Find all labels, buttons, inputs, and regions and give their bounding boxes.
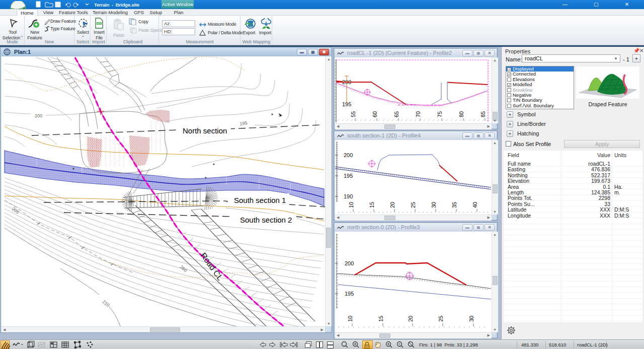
svg-text:260: 260 <box>179 264 188 273</box>
svg-text:195: 195 <box>239 120 248 126</box>
svg-text:15: 15 <box>378 316 384 322</box>
svg-text:195: 195 <box>344 173 353 179</box>
svg-text:75: 75 <box>437 111 443 117</box>
svg-text:200: 200 <box>35 113 42 118</box>
svg-text:25: 25 <box>438 316 444 322</box>
svg-text:85: 85 <box>480 111 486 117</box>
svg-text:20: 20 <box>389 202 395 208</box>
svg-text:South section 1: South section 1 <box>234 196 286 204</box>
svg-text:South section 2: South section 2 <box>240 216 292 224</box>
svg-text:190: 190 <box>344 193 353 199</box>
svg-text:25: 25 <box>410 202 416 208</box>
svg-text:Road CL: Road CL <box>199 251 225 282</box>
svg-text:60: 60 <box>372 111 378 117</box>
svg-text:30: 30 <box>431 202 437 208</box>
svg-text:195: 195 <box>345 291 354 297</box>
svg-text:40: 40 <box>472 202 478 208</box>
svg-text:200: 200 <box>345 260 354 266</box>
svg-text:80: 80 <box>458 111 464 117</box>
svg-text:10: 10 <box>348 202 354 208</box>
svg-text:65: 65 <box>393 111 399 117</box>
svg-text:30: 30 <box>468 316 474 322</box>
svg-text:200: 200 <box>344 152 353 158</box>
svg-text:10: 10 <box>347 316 353 322</box>
svg-text:55: 55 <box>350 111 356 117</box>
svg-text:210: 210 <box>102 299 111 308</box>
svg-text:North section: North section <box>183 126 227 135</box>
svg-text:70: 70 <box>415 111 421 117</box>
svg-text:20: 20 <box>408 316 414 322</box>
svg-text:35: 35 <box>451 202 457 208</box>
svg-text:15: 15 <box>369 202 375 208</box>
